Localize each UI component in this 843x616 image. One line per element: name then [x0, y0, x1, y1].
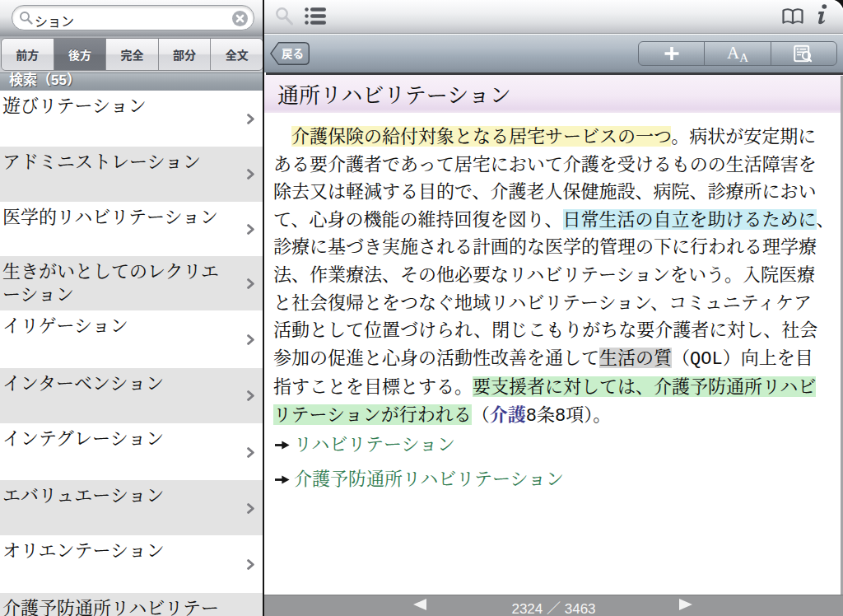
svg-text:戻る: 戻る — [282, 48, 304, 60]
